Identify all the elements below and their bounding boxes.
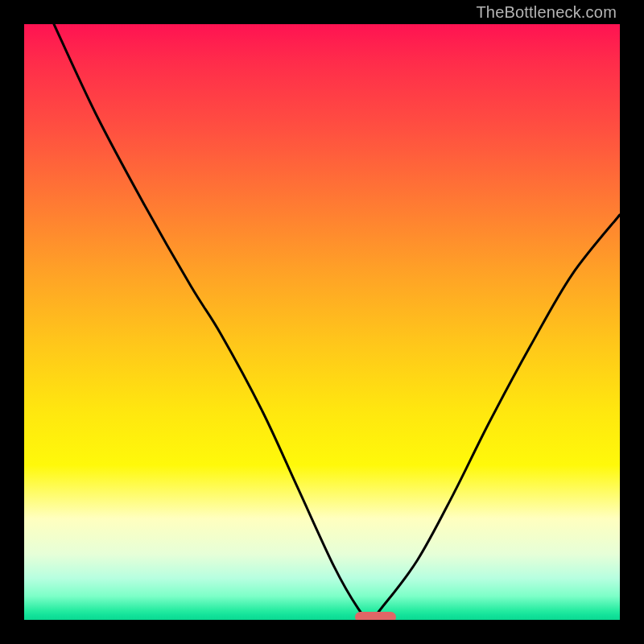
plot-area xyxy=(24,24,620,620)
optimal-marker xyxy=(355,612,397,620)
gradient-background xyxy=(24,24,620,620)
watermark-text: TheBottleneck.com xyxy=(476,3,617,22)
chart-frame: TheBottleneck.com xyxy=(0,0,644,644)
